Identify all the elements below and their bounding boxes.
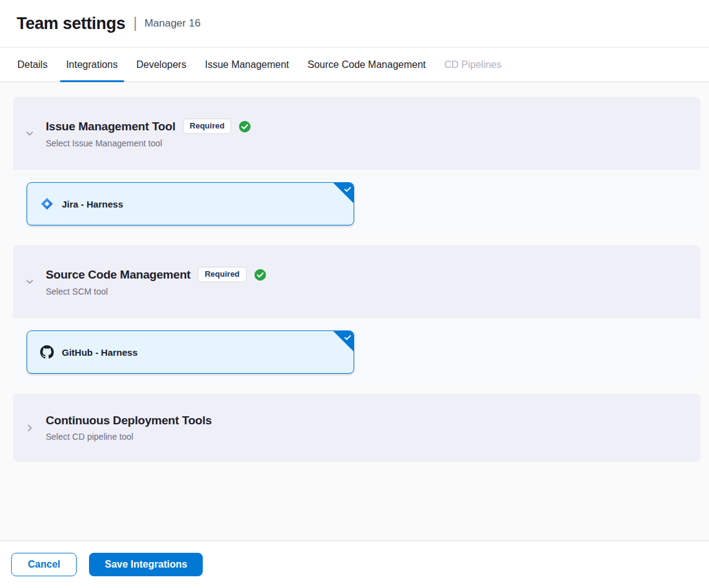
tab-bar: Details Integrations Developers Issue Ma… (0, 48, 709, 82)
section-source-code-management-header[interactable]: Source Code Management Required Select S… (13, 245, 700, 318)
section-source-code-management-body: GitHub - Harness (13, 318, 700, 385)
section-issue-management: Issue Management Tool Required Select Is… (13, 97, 700, 237)
selected-corner-badge (333, 183, 354, 203)
chevron-right-icon (25, 423, 35, 433)
check-circle-icon (239, 120, 251, 133)
required-badge: Required (183, 119, 231, 134)
tab-cd-pipelines: CD Pipelines (444, 48, 501, 82)
chevron-down-icon (25, 277, 35, 287)
section-issue-management-header[interactable]: Issue Management Tool Required Select Is… (13, 97, 700, 170)
section-cd-tools-header[interactable]: Continuous Deployment Tools Select CD pi… (13, 393, 700, 462)
section-subtitle: Select SCM tool (46, 287, 266, 296)
section-heading: Source Code Management Required Select S… (46, 267, 266, 296)
section-title: Source Code Management (46, 268, 190, 282)
section-issue-management-body: Jira - Harness (13, 170, 700, 237)
jira-icon (40, 197, 54, 211)
check-circle-icon (254, 269, 266, 281)
check-icon (344, 334, 352, 342)
tab-details[interactable]: Details (17, 48, 48, 82)
tab-integrations[interactable]: Integrations (66, 48, 118, 82)
tool-card-github[interactable]: GitHub - Harness (27, 330, 354, 374)
selected-corner-badge (333, 331, 354, 351)
tab-issue-management[interactable]: Issue Management (205, 48, 289, 82)
section-subtitle: Select Issue Management tool (46, 138, 251, 148)
integrations-panel: Issue Management Tool Required Select Is… (0, 82, 709, 540)
page-title: Team settings (17, 14, 125, 33)
tool-card-jira[interactable]: Jira - Harness (27, 182, 354, 225)
section-subtitle: Select CD pipeline tool (46, 432, 212, 442)
tool-name: GitHub - Harness (62, 347, 138, 358)
save-integrations-button[interactable]: Save Integrations (89, 553, 202, 576)
github-icon (40, 345, 54, 359)
section-title: Continuous Deployment Tools (46, 414, 212, 427)
section-heading: Issue Management Tool Required Select Is… (46, 119, 251, 148)
title-divider: | (134, 15, 137, 32)
action-footer: Cancel Save Integrations (0, 540, 709, 588)
chevron-down-icon (25, 128, 35, 138)
check-icon (344, 185, 352, 193)
tab-developers[interactable]: Developers (137, 48, 187, 82)
page-header: Team settings | Manager 16 (0, 0, 709, 48)
section-heading: Continuous Deployment Tools Select CD pi… (46, 414, 212, 442)
section-cd-tools: Continuous Deployment Tools Select CD pi… (13, 393, 700, 462)
section-source-code-management: Source Code Management Required Select S… (13, 245, 700, 385)
tab-source-code-management[interactable]: Source Code Management (308, 48, 426, 82)
cancel-button[interactable]: Cancel (11, 553, 77, 576)
page-context-label: Manager 16 (145, 17, 201, 30)
tool-name: Jira - Harness (62, 199, 123, 209)
required-badge: Required (198, 267, 246, 282)
section-title: Issue Management Tool (46, 120, 176, 133)
